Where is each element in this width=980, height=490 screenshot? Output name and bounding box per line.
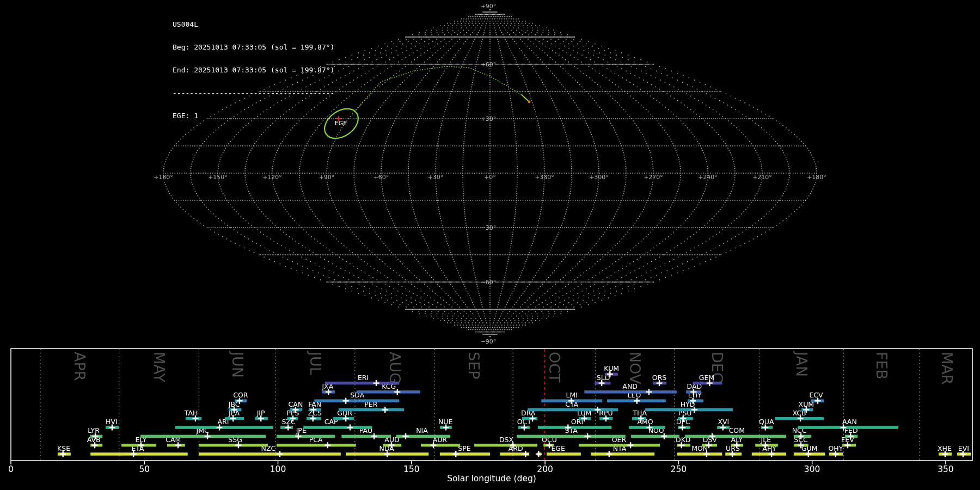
shower-label: COR	[233, 391, 248, 399]
shower-bar	[277, 444, 356, 447]
shower-label: XVI	[718, 418, 729, 426]
shower-bar	[199, 444, 268, 447]
shower-bar	[538, 426, 611, 429]
month-label: AUG	[387, 352, 403, 384]
ege-count: EGE: 1	[173, 112, 334, 120]
peak-marker	[646, 389, 652, 395]
peak-marker	[347, 425, 353, 431]
shower-bar	[357, 390, 420, 394]
peak-marker	[382, 407, 388, 413]
peak-marker	[343, 398, 349, 404]
month-label: MAY	[151, 352, 168, 383]
shower-bar	[631, 435, 679, 438]
shower-label: THA	[632, 409, 647, 417]
peak-marker	[536, 451, 542, 457]
shower-label: JIP	[256, 409, 265, 417]
month-label: JUN	[229, 351, 246, 378]
month-label: JUL	[307, 351, 324, 375]
axis-tick-label: 0	[8, 464, 14, 474]
axis-tick-label: 150	[403, 464, 420, 474]
shower-label: ECV	[809, 391, 823, 399]
shower-label: OHY	[828, 444, 843, 452]
shower-label: AAN	[842, 418, 857, 426]
shower-label: LYR	[88, 426, 100, 434]
shower-label: ERI	[358, 373, 369, 382]
shower-bar	[584, 390, 677, 394]
end-time: End: 20251013 07:33:05 (sol = 199.87°)	[173, 66, 334, 74]
shower-label: XHE	[938, 444, 952, 452]
shower-bar	[341, 435, 391, 438]
shower-label: QUA	[759, 418, 774, 426]
shower-label: NIA	[416, 426, 428, 434]
axis-tick-label: 200	[537, 464, 553, 474]
shower-label: EVI	[958, 444, 969, 452]
axis-tick-label: 50	[139, 464, 150, 474]
month-label: NOV	[627, 352, 644, 384]
x-axis-title: Solar longitude (deg)	[447, 474, 536, 483]
peak-marker	[628, 442, 634, 448]
peak-marker	[606, 451, 612, 457]
peak-marker	[373, 380, 379, 386]
shower-bar	[421, 444, 460, 447]
shower-bar	[528, 408, 618, 412]
shower-bar	[199, 452, 341, 456]
shower-label: AND	[622, 382, 638, 390]
shower-label: COM	[729, 426, 745, 434]
shower-label: HVI	[106, 418, 118, 426]
peak-marker	[403, 433, 409, 439]
shower-bar	[579, 444, 660, 447]
month-label: SEP	[465, 352, 482, 379]
month-label: JAN	[793, 351, 810, 377]
shower-bar	[325, 382, 399, 385]
station-id: US004L	[173, 21, 334, 28]
peak-marker	[277, 451, 283, 457]
shower-bar	[517, 435, 626, 438]
shower-bar	[591, 452, 654, 456]
shower-label: CAN	[289, 400, 303, 408]
shower-bar	[175, 426, 273, 429]
axis-tick-label: 100	[270, 464, 286, 474]
shower-bar	[277, 435, 335, 438]
meteor-shower-plot: APRMAYJUNJULAUGSEPOCTNOVDECJANFEBMARKSEE…	[0, 0, 980, 490]
shower-bar	[677, 452, 722, 456]
month-label: APR	[71, 352, 88, 381]
shower-label: ORS	[652, 373, 667, 382]
shower-bar	[90, 452, 188, 456]
info-header: US004L Beg: 20251013 07:33:05 (sol = 199…	[173, 5, 334, 135]
shower-label: GEM	[699, 373, 714, 382]
activity-timeline-chart: APRMAYJUNJULAUGSEPOCTNOVDECJANFEBMARKSEE…	[0, 0, 980, 490]
shower-label: LMI	[566, 391, 577, 399]
axis-tick-label: 300	[804, 464, 820, 474]
month-label: OCT	[546, 352, 563, 383]
axis-tick-label: 350	[938, 464, 954, 474]
begin-time: Beg: 20251013 07:33:05 (sol = 199.87°)	[173, 44, 334, 51]
peak-marker	[523, 451, 529, 457]
shower-label: DSX	[499, 436, 514, 444]
shower-label: TAH	[184, 409, 198, 417]
shower-bar	[440, 452, 490, 456]
shower-bar	[339, 408, 404, 412]
shower-bar	[303, 426, 372, 429]
month-label: MAR	[939, 352, 955, 385]
shower-label: KSE	[57, 444, 70, 452]
separator: --------------------------------------	[173, 89, 334, 97]
peak-marker	[324, 442, 330, 448]
shower-bar	[645, 408, 733, 412]
shower-bar	[798, 426, 898, 429]
shower-bar	[547, 452, 581, 456]
shower-bar	[314, 399, 399, 402]
shower-label: NUE	[438, 418, 452, 426]
shower-label: KUM	[604, 364, 619, 372]
axis-tick-label: 250	[671, 464, 687, 474]
month-label: FEB	[873, 352, 890, 379]
peak-marker	[585, 433, 591, 439]
shower-bar	[685, 435, 786, 438]
shower-bar	[140, 435, 266, 438]
shower-bar	[474, 444, 537, 447]
